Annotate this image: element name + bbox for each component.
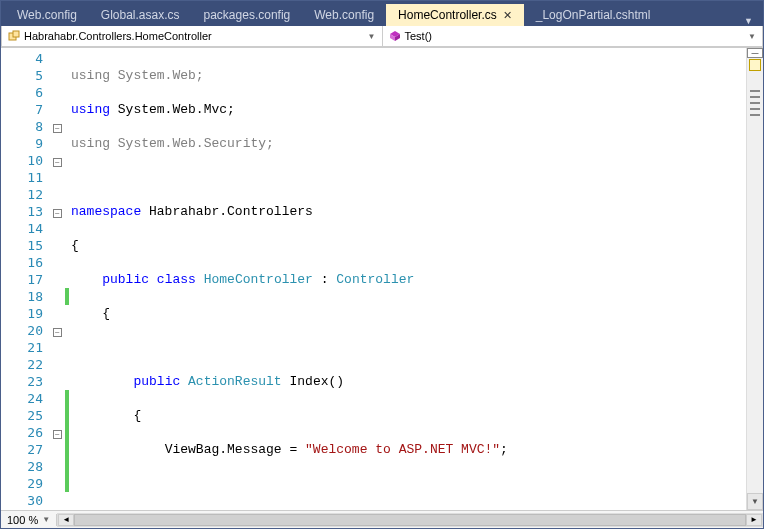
scroll-down-button[interactable]: ▼ [747, 493, 763, 510]
tab-home-controller[interactable]: HomeController.cs ✕ [386, 4, 524, 26]
zoom-value: 100 % [7, 514, 38, 526]
fold-toggle[interactable]: − [53, 430, 62, 439]
tab-web-config-2[interactable]: Web.config [302, 4, 386, 26]
tab-packages-config[interactable]: packages.config [192, 4, 303, 26]
horizontal-scrollbar[interactable]: ◄ ► [57, 513, 763, 527]
scroll-thumb[interactable] [74, 514, 746, 526]
line-number-gutter: 4 5 6 7 8 9 10 11 12 13 14 15 16 17 18 1… [1, 48, 51, 510]
tab-global-asax[interactable]: Global.asax.cs [89, 4, 192, 26]
fold-gutter: − − − − − [51, 48, 65, 510]
scroll-left-button[interactable]: ◄ [58, 514, 74, 526]
tab-logon-partial[interactable]: _LogOnPartial.cshtml [524, 4, 663, 26]
tab-overflow-menu[interactable]: ▼ [738, 16, 759, 26]
vertical-scrollbar[interactable]: — ▼ [746, 48, 763, 510]
overview-margin-indicator [749, 59, 761, 71]
chevron-down-icon: ▼ [42, 515, 50, 524]
overview-mark [750, 102, 760, 104]
zoom-level-dropdown[interactable]: 100 % ▼ [1, 514, 57, 526]
tab-web-config-1[interactable]: Web.config [5, 4, 89, 26]
fold-toggle[interactable]: − [53, 328, 62, 337]
close-icon[interactable]: ✕ [503, 9, 512, 22]
editor-status-bar: 100 % ▼ ◄ ► [1, 510, 763, 528]
class-icon [8, 30, 20, 42]
overview-mark [750, 90, 760, 92]
member-navigator[interactable]: Test() ▼ [383, 26, 764, 47]
class-navigator[interactable]: Habrahabr.Controllers.HomeController ▼ [1, 26, 383, 47]
overview-mark [750, 108, 760, 110]
code-text[interactable]: using System.Web; using System.Web.Mvc; … [69, 48, 746, 510]
method-icon [389, 30, 401, 42]
document-tabs: Web.config Global.asax.cs packages.confi… [1, 1, 763, 26]
fold-toggle[interactable]: − [53, 158, 62, 167]
tab-label: HomeController.cs [398, 8, 497, 22]
chevron-down-icon: ▼ [368, 32, 376, 41]
chevron-down-icon: ▼ [748, 32, 756, 41]
split-handle[interactable]: — [747, 48, 763, 58]
scroll-right-button[interactable]: ► [746, 514, 762, 526]
svg-rect-2 [13, 31, 19, 37]
code-editor[interactable]: 4 5 6 7 8 9 10 11 12 13 14 15 16 17 18 1… [1, 48, 763, 510]
fold-toggle[interactable]: − [53, 124, 62, 133]
fold-toggle[interactable]: − [53, 209, 62, 218]
code-navigation-bar: Habrahabr.Controllers.HomeController ▼ T… [1, 26, 763, 48]
class-name: Habrahabr.Controllers.HomeController [24, 30, 212, 42]
overview-mark [750, 96, 760, 98]
overview-mark [750, 114, 760, 116]
member-name: Test() [405, 30, 433, 42]
